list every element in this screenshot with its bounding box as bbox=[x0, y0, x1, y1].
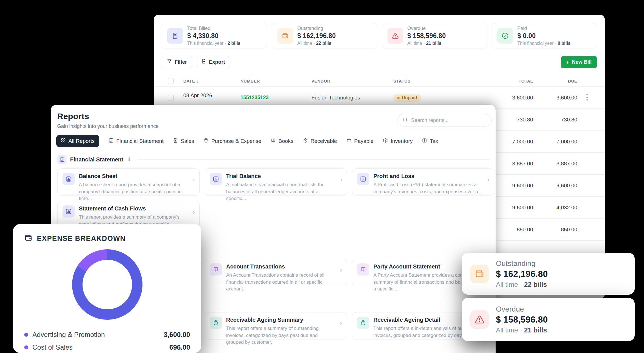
expense-breakdown-card: EXPENSE BREAKDOWN Advertising & Promotio… bbox=[13, 224, 201, 353]
bill-due: 3,600.00 bbox=[533, 95, 577, 101]
tab-tax[interactable]: Tax bbox=[422, 138, 438, 145]
stat-value: $ 162,196.80 bbox=[496, 269, 548, 279]
bill-date: 08 Apr 2026 bbox=[183, 92, 240, 99]
report-tabs: All Reports Financial Statement Sales Pu… bbox=[56, 135, 438, 147]
new-bill-button[interactable]: + New Bill bbox=[561, 56, 597, 68]
wallet-icon bbox=[470, 265, 489, 283]
bill-number-link[interactable]: 1551235123 bbox=[240, 95, 311, 101]
section-count: 4 bbox=[128, 157, 130, 163]
column-header-date[interactable]: DATE↓ bbox=[183, 79, 240, 83]
wallet-icon bbox=[277, 28, 293, 44]
stat-label: Overdue bbox=[407, 26, 446, 31]
stat-meta: All time · 22 bills bbox=[297, 41, 336, 46]
plus-icon: + bbox=[566, 59, 569, 65]
column-header-total[interactable]: TOTAL bbox=[485, 79, 533, 83]
report-card-profit-and-loss[interactable]: Profit and Loss A Profit and Loss (P&L) … bbox=[352, 168, 494, 196]
tab-all-reports[interactable]: All Reports bbox=[56, 135, 99, 147]
stat-label: Outstanding bbox=[297, 26, 336, 31]
stat-meta: All time · 21 bills bbox=[496, 326, 548, 334]
stat-label: Total Billed bbox=[187, 26, 240, 31]
filter-button[interactable]: Filter bbox=[162, 56, 192, 68]
column-header-status[interactable]: STATUS bbox=[393, 79, 485, 83]
report-title: Receivable Ageing Summary bbox=[226, 317, 335, 323]
stat-card-paid: Paid $ 0.00 This financial year · 0 bill… bbox=[492, 23, 597, 48]
floating-card-overdue: Overdue $ 158,596.80 All time · 21 bills bbox=[462, 298, 635, 341]
report-description: A balance sheet report provides a snapsh… bbox=[79, 181, 188, 202]
report-description: An Account Transactions contains record … bbox=[226, 272, 335, 293]
legend-label: Advertising & Promotion bbox=[32, 331, 105, 339]
report-title: Profit and Loss bbox=[373, 173, 483, 179]
legend-item-cost-of-sales: Cost of Sales 696.00 bbox=[24, 341, 190, 353]
chevron-right-icon: › bbox=[487, 176, 489, 183]
bill-total: 3,600.00 bbox=[485, 95, 533, 101]
tax-badge-icon bbox=[422, 138, 427, 145]
report-description: This report offers a summary of outstand… bbox=[226, 325, 335, 346]
report-description: A Profit and Loss (P&L) statement summar… bbox=[373, 181, 483, 195]
row-menu-icon[interactable]: ••• bbox=[577, 94, 597, 102]
report-card-balance-sheet[interactable]: Balance Sheet A balance sheet report pro… bbox=[57, 168, 200, 196]
timer-icon bbox=[357, 317, 369, 329]
stat-meta: All time · 22 bills bbox=[496, 281, 548, 288]
bill-due: 850.00 bbox=[533, 227, 577, 233]
expense-breakdown-title: EXPENSE BREAKDOWN bbox=[37, 234, 126, 243]
export-button[interactable]: Export bbox=[196, 56, 230, 68]
floating-card-outstanding: Outstanding $ 162,196.80 All time · 22 b… bbox=[462, 253, 635, 295]
desktop-background: Total Billed $ 4,330.80 This financial y… bbox=[0, 0, 644, 353]
bar-chart-square-icon bbox=[357, 173, 369, 185]
select-all-checkbox[interactable] bbox=[168, 78, 174, 84]
bar-chart-square-icon bbox=[63, 205, 75, 217]
stat-meta: All time · 21 bills bbox=[407, 41, 446, 46]
receipt-icon bbox=[167, 28, 183, 44]
legend-dot-icon bbox=[24, 333, 28, 337]
legend-label: Cost of Sales bbox=[32, 343, 73, 351]
section-header-financial-statement: Financial Statement 4 bbox=[57, 155, 490, 164]
shopping-bag-icon bbox=[203, 138, 209, 145]
report-card-receivable-ageing-summary[interactable]: Receivable Ageing Summary This report of… bbox=[205, 312, 347, 339]
page-title: Reports bbox=[57, 112, 89, 121]
column-header-due[interactable]: DUE bbox=[533, 79, 577, 83]
filter-icon bbox=[167, 59, 172, 65]
bill-due: 730.80 bbox=[533, 117, 577, 123]
row-checkbox[interactable] bbox=[168, 95, 174, 101]
expense-donut-chart bbox=[72, 249, 142, 320]
tab-books[interactable]: Books bbox=[271, 138, 293, 145]
bill-vendor: Fusion Technologies bbox=[311, 95, 393, 101]
timer-icon bbox=[210, 317, 222, 329]
bill-due: 9,600.00 bbox=[533, 183, 577, 189]
bar-chart-square-icon bbox=[57, 155, 66, 164]
report-card-trial-balance[interactable]: Trial Balance A trial balance is a finan… bbox=[205, 168, 347, 196]
tab-sales[interactable]: Sales bbox=[173, 138, 194, 145]
wallet-icon bbox=[346, 138, 352, 145]
bill-due: 3,887.00 bbox=[533, 161, 577, 167]
page-subtitle: Gain insights into your business perform… bbox=[57, 123, 159, 129]
stat-card-total-billed: Total Billed $ 4,330.80 This financial y… bbox=[162, 23, 267, 48]
report-card-account-transactions[interactable]: Account Transactions An Account Transact… bbox=[205, 259, 347, 286]
status-badge: Unpaid bbox=[393, 94, 421, 102]
stat-value: $ 162,196.80 bbox=[297, 32, 336, 40]
file-dollar-icon bbox=[173, 138, 178, 145]
stat-label: Paid bbox=[517, 26, 571, 31]
tab-inventory[interactable]: Inventory bbox=[383, 138, 413, 145]
legend-value: 696.00 bbox=[170, 343, 190, 351]
tab-financial-statement[interactable]: Financial Statement bbox=[108, 138, 164, 145]
chevron-right-icon: › bbox=[340, 320, 342, 327]
column-header-number[interactable]: NUMBER bbox=[240, 79, 311, 83]
tab-payable[interactable]: Payable bbox=[346, 138, 374, 145]
tab-purchase-expense[interactable]: Purchase & Expense bbox=[203, 138, 261, 145]
chevron-right-icon: › bbox=[193, 176, 195, 183]
search-input[interactable] bbox=[411, 117, 486, 123]
bill-due: 4,032.00 bbox=[533, 205, 577, 211]
bill-due: 7,000.00 bbox=[533, 139, 577, 145]
search-reports-box[interactable] bbox=[397, 114, 492, 126]
stat-value: $ 158,596.80 bbox=[407, 32, 446, 40]
legend-dot-icon bbox=[24, 345, 28, 349]
chevron-right-icon: › bbox=[193, 208, 195, 216]
report-title: Account Transactions bbox=[226, 263, 335, 270]
legend-value: 3,600.00 bbox=[164, 331, 190, 339]
open-book-icon bbox=[357, 263, 369, 276]
column-header-vendor[interactable]: VENDOR bbox=[311, 79, 393, 83]
bar-chart-square-icon bbox=[210, 173, 222, 185]
report-title: Balance Sheet bbox=[79, 173, 188, 179]
tab-receivable[interactable]: Receivable bbox=[303, 138, 337, 145]
alert-triangle-icon bbox=[470, 310, 489, 329]
